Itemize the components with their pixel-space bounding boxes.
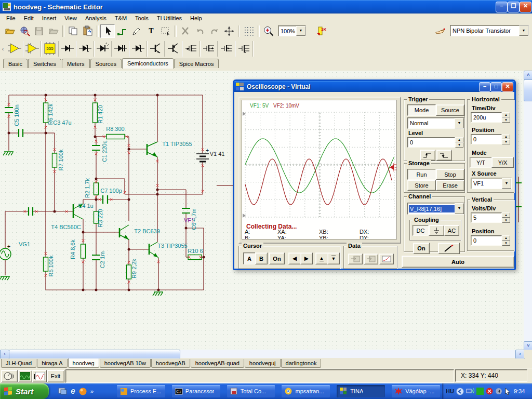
trigger-mode-button[interactable]: Mode — [407, 104, 436, 116]
component-opamp[interactable] — [6, 41, 23, 57]
component-pmos[interactable] — [218, 41, 235, 57]
cursor-a-button[interactable]: A — [243, 252, 256, 264]
instrument-dial-button[interactable] — [1, 370, 18, 382]
scroll-left-icon[interactable]: ‹ — [0, 41, 6, 57]
text-tool[interactable]: T — [144, 24, 158, 38]
select-tool[interactable] — [100, 24, 115, 38]
h-position-field[interactable]: 0 — [471, 134, 502, 144]
falling-edge-button[interactable] — [436, 150, 452, 161]
component-label[interactable]: R4 8,6k — [70, 240, 76, 259]
coupling-dc-button[interactable]: DC — [413, 225, 429, 236]
volts-div-field[interactable]: 5 — [471, 212, 502, 223]
restore-button[interactable]: ❐ — [508, 2, 520, 12]
coupling-ac-button[interactable]: AC — [444, 225, 459, 236]
zoom-select[interactable]: 100%▼ — [278, 25, 306, 36]
component-led[interactable] — [94, 41, 112, 57]
component-label[interactable]: C1 220u — [101, 140, 108, 162]
trigger-source-button[interactable]: Source — [436, 104, 464, 116]
volume-icon[interactable] — [495, 388, 502, 395]
component-label[interactable]: V1 41 — [210, 151, 225, 157]
language-indicator[interactable]: HU — [446, 388, 454, 394]
component-label[interactable]: C2 1m — [99, 251, 105, 268]
sheet-tab-darlingtonok[interactable]: darlingtonok — [281, 359, 322, 368]
component-label[interactable]: C5 100n — [14, 104, 20, 126]
interactive-mode-button[interactable]: 1K — [313, 24, 328, 38]
component-label[interactable]: R10 6 — [188, 248, 203, 254]
menu-help[interactable]: Help — [186, 14, 206, 22]
cursor-b-button[interactable]: B — [255, 252, 268, 264]
horizontal-scrollbar[interactable]: ‹ › — [0, 350, 524, 358]
save-button[interactable] — [32, 24, 46, 38]
menu-analysis[interactable]: Analysis — [81, 14, 111, 22]
component-label[interactable]: R9 2,2k — [131, 259, 137, 278]
probe-button[interactable] — [438, 243, 460, 254]
delete-button[interactable] — [178, 24, 193, 38]
dropdown-arrow-icon[interactable]: ▼ — [502, 178, 511, 189]
sheet-tab-hoodvegab[interactable]: hoodvegAB — [151, 359, 190, 368]
component-timer-555[interactable]: 555 — [41, 41, 59, 57]
security-alert-icon[interactable] — [486, 388, 493, 395]
component-label[interactable]: R1 420 — [97, 105, 103, 123]
stop-button[interactable]: Stop — [436, 169, 464, 180]
task-process-e-[interactable]: Process E... — [117, 385, 165, 397]
component-label[interactable]: R8 300 — [106, 126, 124, 132]
task-tina[interactable]: TINA — [337, 385, 385, 397]
data-export-button[interactable] — [348, 254, 363, 264]
sheet-tab-hiraga-a[interactable]: hiraga A — [37, 359, 67, 368]
auto-button[interactable]: Auto — [402, 256, 514, 268]
component-diode[interactable] — [59, 41, 76, 57]
trigger-level-spinner[interactable]: ▲▼ — [455, 137, 463, 148]
paste-button[interactable] — [81, 24, 95, 38]
hide-icons-icon[interactable] — [456, 388, 464, 395]
dropdown-arrow-icon[interactable]: ▼ — [455, 203, 464, 214]
store-button[interactable]: Store — [407, 180, 436, 191]
time-div-field[interactable]: 200u — [471, 112, 502, 123]
cursor-left-button[interactable]: ◀ — [288, 252, 301, 264]
data-copy-button[interactable] — [364, 254, 378, 264]
cursor-down-button[interactable]: ▼ — [327, 252, 340, 264]
erase-button[interactable]: Erase — [436, 180, 464, 191]
tab-spice-macros[interactable]: Spice Macros — [174, 59, 219, 68]
vertical-scrollbar[interactable]: ˄ ˅ — [524, 71, 532, 350]
horizontal-scroll-thumb[interactable] — [9, 350, 180, 359]
component-igbt[interactable] — [235, 41, 253, 57]
menu-t-m[interactable]: T&M — [111, 14, 131, 22]
menu-view[interactable]: View — [60, 14, 81, 22]
capacitors[interactable] — [5, 108, 190, 260]
x-source-select[interactable]: VF1 ▼ — [471, 178, 512, 189]
menu-file[interactable]: File — [2, 14, 20, 22]
volts-div-spinner[interactable]: ▲▼ — [502, 212, 510, 223]
component-select[interactable]: NPN Bipolar Transistor ▼ — [450, 25, 529, 36]
data-curve-button[interactable] — [379, 254, 394, 264]
trigger-level-field[interactable]: 0 — [407, 137, 455, 148]
menu-edit[interactable]: Edit — [20, 14, 38, 22]
wire-tool[interactable] — [115, 24, 129, 38]
sheet-tab-hoodveg[interactable]: hoodveg — [68, 358, 99, 368]
component-label[interactable]: T3 TIP3055 — [157, 243, 187, 249]
minimize-button[interactable]: – — [496, 2, 508, 12]
run-button[interactable]: Run — [407, 169, 436, 180]
menu-ti-utilities[interactable]: TI Utilities — [153, 14, 186, 22]
component-label[interactable]: C7 100p — [100, 188, 122, 194]
tab-switches[interactable]: Switches — [28, 59, 61, 68]
component-label[interactable]: C3 47u — [53, 119, 71, 126]
scroll-up-icon[interactable]: ˄ — [524, 71, 532, 80]
component-comparator[interactable] — [23, 41, 41, 57]
component-label[interactable]: R3 220 — [97, 209, 103, 227]
channel-on-button[interactable]: On — [413, 243, 430, 254]
tab-semiconductors[interactable]: Semiconductors — [122, 58, 174, 69]
sheet-tab-hoodveguj[interactable]: hoodveguj — [245, 359, 281, 368]
transistor[interactable] — [119, 225, 129, 240]
cursor-on-button[interactable]: On — [269, 252, 285, 264]
transistor[interactable] — [149, 242, 158, 258]
scope-minimize-button[interactable]: – — [479, 82, 490, 92]
sheet-tab-hoodvegab-10w[interactable]: hoodvegAB 10w — [100, 359, 151, 368]
browser-ball-icon[interactable] — [79, 388, 87, 395]
yt-button[interactable]: Y/T — [470, 157, 492, 168]
component-label[interactable]: R6 142k — [47, 103, 54, 125]
scope-close-button[interactable]: ✕ — [502, 82, 513, 92]
network-icon[interactable] — [466, 388, 474, 395]
scope-maximize-button[interactable]: □ — [490, 82, 502, 92]
component-schottky-diode[interactable] — [129, 41, 147, 57]
open-project-button[interactable] — [46, 24, 61, 38]
